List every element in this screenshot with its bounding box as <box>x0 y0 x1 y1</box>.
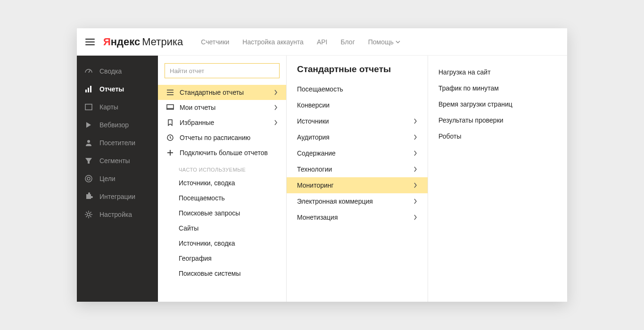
svg-point-8 <box>87 213 90 216</box>
categories-panel: Стандартные отчеты ПосещаемостьКонверсии… <box>287 56 428 302</box>
top-bar: ЯндексМетрика Счетчики Настройка аккаунт… <box>77 28 567 56</box>
cat-item[interactable]: Посещаемость <box>287 81 428 97</box>
gauge-icon <box>84 67 93 75</box>
cat-item[interactable]: Монетизация <box>287 209 428 225</box>
freq-item[interactable]: Поисковые системы <box>158 266 286 281</box>
report-item-add-more[interactable]: Подключить больше отчетов <box>158 145 286 160</box>
freq-item[interactable]: Источники, сводка <box>158 175 286 190</box>
report-item-label: Отчеты по расписанию <box>180 134 250 141</box>
search-box <box>165 63 280 78</box>
nav-account[interactable]: Настройка аккаунта <box>242 38 304 46</box>
puzzle-icon <box>84 192 93 201</box>
cat-item-label: Посещаемость <box>297 85 343 93</box>
nav-counters[interactable]: Счетчики <box>201 38 229 46</box>
svg-point-5 <box>87 140 90 143</box>
svg-point-6 <box>85 175 92 182</box>
chevron-down-icon <box>396 40 400 44</box>
freq-item[interactable]: Поисковые запросы <box>158 206 286 221</box>
cat-item[interactable]: Конверсии <box>287 97 428 113</box>
sidebar-item-summary[interactable]: Сводка <box>77 62 158 80</box>
freq-item[interactable]: Посещаемость <box>158 190 286 206</box>
report-item-label: Стандартные отчеты <box>180 89 244 96</box>
det-item[interactable]: Нагрузка на сайт <box>438 64 557 80</box>
sidebar-item-segments[interactable]: Сегменты <box>77 152 158 170</box>
report-item-standard[interactable]: Стандартные отчеты <box>158 85 286 100</box>
cat-item[interactable]: Мониторинг <box>287 177 428 193</box>
cat-item-label: Мониторинг <box>297 182 334 189</box>
top-nav: Счетчики Настройка аккаунта API Блог Пом… <box>201 38 400 46</box>
cat-item-label: Технологии <box>297 165 332 173</box>
cat-item[interactable]: Технологии <box>287 161 428 177</box>
svg-rect-2 <box>88 88 89 92</box>
map-icon <box>84 103 93 111</box>
report-item-favorites[interactable]: Избранные <box>158 115 286 130</box>
sidebar-item-integrations[interactable]: Интеграции <box>77 188 158 206</box>
det-item[interactable]: Результаты проверки <box>438 112 557 128</box>
sidebar-item-label: Вебвизор <box>99 121 129 129</box>
freq-item[interactable]: Источники, сводка <box>158 236 286 251</box>
reports-panel: Стандартные отчеты Мои отчеты Избранные <box>158 56 287 302</box>
det-item[interactable]: Трафик по минутам <box>438 80 557 96</box>
report-item-label: Подключить больше отчетов <box>180 149 268 157</box>
cat-item-label: Аудитория <box>297 133 330 141</box>
sidebar-item-label: Цели <box>99 175 116 182</box>
chevron-right-icon <box>413 150 417 156</box>
svg-rect-4 <box>85 104 92 110</box>
target-icon <box>84 174 93 183</box>
cat-item-label: Электронная коммерция <box>297 198 373 205</box>
play-icon <box>84 121 93 129</box>
list-icon <box>166 89 174 96</box>
nav-blog[interactable]: Блог <box>340 38 355 46</box>
clock-icon <box>166 134 174 141</box>
app-window: ЯндексМетрика Счетчики Настройка аккаунт… <box>77 28 567 302</box>
sidebar-item-label: Сегменты <box>99 157 130 165</box>
sidebar-item-goals[interactable]: Цели <box>77 170 158 188</box>
sidebar-item-maps[interactable]: Карты <box>77 98 158 116</box>
det-list: Нагрузка на сайтТрафик по минутамВремя з… <box>438 64 557 144</box>
cat-item[interactable]: Аудитория <box>287 129 428 145</box>
cat-item-label: Источники <box>297 117 329 125</box>
categories-title: Стандартные отчеты <box>287 64 428 81</box>
report-item-scheduled[interactable]: Отчеты по расписанию <box>158 130 286 145</box>
freq-item[interactable]: География <box>158 251 286 266</box>
cat-list: ПосещаемостьКонверсииИсточникиАудиторияС… <box>287 81 428 225</box>
chevron-right-icon <box>413 182 417 188</box>
hamburger-menu-icon[interactable] <box>85 39 95 45</box>
chevron-right-icon <box>413 214 417 220</box>
chevron-right-icon <box>274 105 278 110</box>
brand-rest: ндекс <box>111 36 140 48</box>
cat-item-label: Монетизация <box>297 214 338 221</box>
sidebar-item-label: Посетители <box>99 139 135 147</box>
chevron-right-icon <box>274 90 278 95</box>
sidebar-item-reports[interactable]: Отчеты <box>77 80 158 98</box>
det-item[interactable]: Роботы <box>438 128 557 144</box>
freq-item[interactable]: Сайты <box>158 221 286 236</box>
report-item-label: Мои отчеты <box>180 104 215 111</box>
sidebar-item-label: Отчеты <box>99 85 124 93</box>
cat-item[interactable]: Электронная коммерция <box>287 193 428 209</box>
chevron-right-icon <box>413 118 417 124</box>
sidebar-item-webvisor[interactable]: Вебвизор <box>77 116 158 134</box>
cat-item[interactable]: Содержание <box>287 145 428 161</box>
cat-item[interactable]: Источники <box>287 113 428 129</box>
nav-help-label: Помощь <box>368 38 394 46</box>
cat-item-label: Конверсии <box>297 101 330 109</box>
nav-help[interactable]: Помощь <box>368 38 400 46</box>
gear-icon <box>84 210 93 219</box>
brand-product: Метрика <box>142 36 183 48</box>
report-item-my[interactable]: Мои отчеты <box>158 100 286 115</box>
sidebar-item-visitors[interactable]: Посетители <box>77 134 158 152</box>
search-input[interactable] <box>165 64 279 78</box>
report-item-label: Избранные <box>180 119 214 126</box>
sidebar: Сводка Отчеты Карты Вебвизор <box>77 56 158 302</box>
det-item[interactable]: Время загрузки страниц <box>438 96 557 112</box>
chevron-right-icon <box>413 198 417 204</box>
freq-head: ЧАСТО ИСПОЛЬЗУЕМЫЕ <box>158 160 286 175</box>
bookmark-icon <box>166 119 174 126</box>
chevron-right-icon <box>413 134 417 140</box>
logo[interactable]: ЯндексМетрика <box>103 36 183 48</box>
chevron-right-icon <box>274 120 278 125</box>
sidebar-item-settings[interactable]: Настройка <box>77 206 158 223</box>
plus-icon <box>166 149 174 157</box>
nav-api[interactable]: API <box>317 38 328 46</box>
